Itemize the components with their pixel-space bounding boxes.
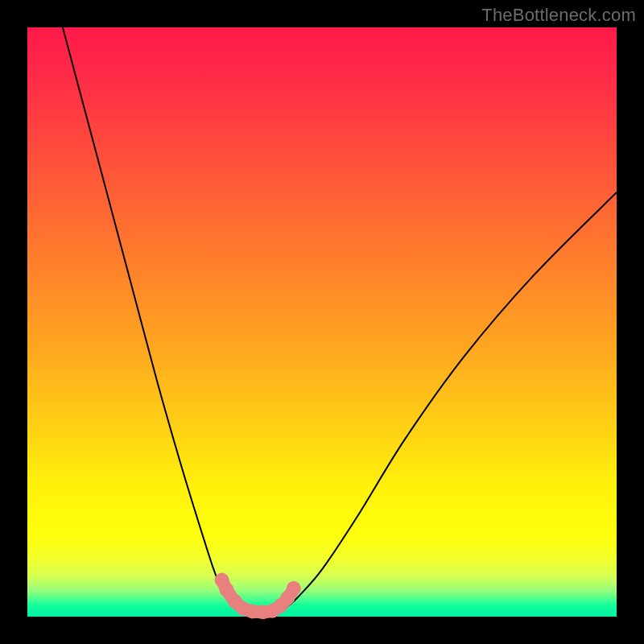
- chart-frame: TheBottleneck.com: [0, 0, 644, 644]
- series-right-curve: [275, 192, 617, 613]
- series-left-curve: [63, 27, 246, 613]
- curve-paths: [63, 27, 617, 614]
- marker-dot: [287, 581, 301, 596]
- marker-dots: [215, 573, 301, 620]
- watermark-text: TheBottleneck.com: [481, 5, 636, 26]
- marker-dot: [219, 582, 233, 597]
- curve-svg: [27, 27, 617, 617]
- plot-area: [27, 27, 617, 617]
